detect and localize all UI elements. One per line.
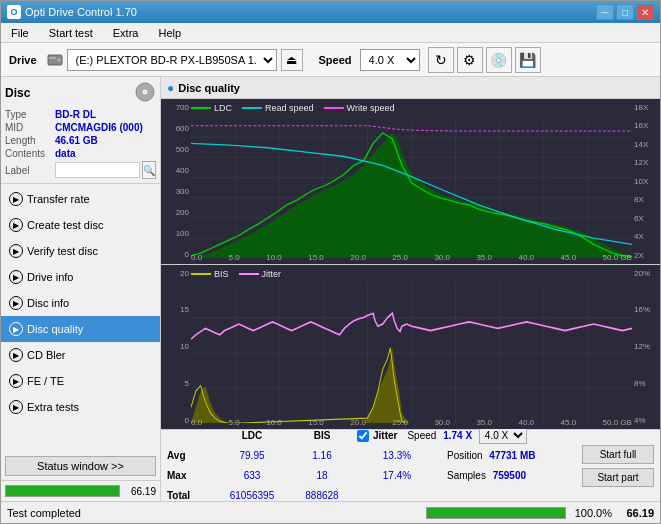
charts-container: 700 600 500 400 300 200 100 0 18X 16X 14…: [161, 99, 660, 501]
start-part-button[interactable]: Start part: [582, 468, 654, 487]
samples-val: 759500: [493, 470, 526, 481]
title-bar-left: O Opti Drive Control 1.70: [7, 5, 137, 19]
sidebar-item-disc-info[interactable]: ▶ Disc info: [1, 290, 160, 316]
disc-section: Disc Type BD-R DL MI: [1, 77, 160, 184]
svg-point-5: [144, 91, 147, 94]
upper-y-axis-left: 700 600 500 400 300 200 100 0: [161, 99, 191, 264]
menu-help[interactable]: Help: [152, 25, 187, 41]
stats-max-row: Max 633 18 17.4% Samples 759500: [167, 466, 574, 486]
legend-ldc-label: LDC: [214, 103, 232, 113]
maximize-button[interactable]: □: [616, 4, 634, 20]
stats-avg-row: Avg 79.95 1.16 13.3% Position 47731 MB: [167, 446, 574, 466]
disc-length-value: 46.61 GB: [55, 135, 98, 146]
main-window: O Opti Drive Control 1.70 ─ □ ✕ File Sta…: [0, 0, 661, 524]
content-area: ● Disc quality 700 600 500 400 300 200 1…: [161, 77, 660, 501]
lower-y-axis-left: 20 15 10 5 0: [161, 265, 191, 430]
refresh-button[interactable]: ↻: [428, 47, 454, 73]
title-bar-buttons: ─ □ ✕: [596, 4, 654, 20]
nav-extra-tests-label: Extra tests: [27, 401, 79, 413]
disc-length-label: Length: [5, 135, 55, 146]
start-full-button[interactable]: Start full: [582, 445, 654, 464]
sidebar-progress-bar: [5, 485, 120, 497]
speed-dropdown[interactable]: 4.0 X: [360, 49, 420, 71]
stats-bis-avg: 1.16: [287, 450, 357, 461]
stats-total-row: Total 61056395 888628: [167, 486, 574, 502]
menu-extra[interactable]: Extra: [107, 25, 145, 41]
sidebar-item-drive-info[interactable]: ▶ Drive info: [1, 264, 160, 290]
sidebar-item-transfer-rate[interactable]: ▶ Transfer rate: [1, 186, 160, 212]
settings-button[interactable]: ⚙: [457, 47, 483, 73]
save-button[interactable]: 💾: [515, 47, 541, 73]
lower-chart-legend: BIS Jitter: [191, 269, 281, 279]
status-window-button[interactable]: Status window >>: [5, 456, 156, 476]
jitter-header: Jitter: [373, 430, 397, 441]
legend-write-speed-label: Write speed: [347, 103, 395, 113]
sidebar-item-fe-te[interactable]: ▶ FE / TE: [1, 368, 160, 394]
legend-ldc: LDC: [191, 103, 232, 113]
upper-y-axis-right: 18X 16X 14X 12X 10X 8X 6X 4X 2X: [632, 99, 660, 264]
sidebar-item-disc-quality[interactable]: ▶ Disc quality: [1, 316, 160, 342]
close-button[interactable]: ✕: [636, 4, 654, 20]
speed-select[interactable]: 4.0 X: [479, 427, 527, 444]
speed-label: Speed: [315, 54, 356, 66]
content-header-title: Disc quality: [178, 82, 240, 94]
legend-bis-label: BIS: [214, 269, 229, 279]
verify-test-disc-icon: ▶: [9, 244, 23, 258]
drive-dropdown[interactable]: (E:) PLEXTOR BD-R PX-LB950SA 1.06: [67, 49, 277, 71]
disc-label-btn[interactable]: 🔍: [142, 161, 156, 179]
legend-read-speed: Read speed: [242, 103, 314, 113]
sidebar-item-verify-test-disc[interactable]: ▶ Verify test disc: [1, 238, 160, 264]
stats-ldc-total: 61056395: [217, 490, 287, 501]
speed-stats: Speed 1.74 X 4.0 X: [407, 427, 526, 444]
disc-label-row: Label 🔍: [5, 161, 156, 179]
menu-bar: File Start test Extra Help: [1, 23, 660, 43]
disc-header: Disc: [5, 81, 156, 105]
nav-create-test-disc-label: Create test disc: [27, 219, 103, 231]
disc-type-value: BD-R DL: [55, 109, 96, 120]
disc-mid-row: MID CMCMAGDI6 (000): [5, 122, 156, 133]
minimize-button[interactable]: ─: [596, 4, 614, 20]
footer-right-value: 66.19: [618, 507, 654, 519]
stats-ldc-max: 633: [217, 470, 287, 481]
stats-bis-header: BIS: [287, 430, 357, 441]
sidebar-item-extra-tests[interactable]: ▶ Extra tests: [1, 394, 160, 420]
jitter-checkbox[interactable]: [357, 430, 369, 442]
disc-button[interactable]: 💿: [486, 47, 512, 73]
sidebar-item-create-test-disc[interactable]: ▶ Create test disc: [1, 212, 160, 238]
disc-contents-row: Contents data: [5, 148, 156, 159]
sidebar-progress-text: 66.19: [124, 486, 156, 497]
nav-cd-bler-label: CD Bler: [27, 349, 66, 361]
drive-label: Drive: [5, 54, 41, 66]
toolbar: Drive (E:) PLEXTOR BD-R PX-LB950SA 1.06 …: [1, 43, 660, 77]
stats-table: LDC BIS Jitter Speed 1.74 X 4.0 X: [167, 426, 574, 502]
stats-bis-total: 888628: [287, 490, 357, 501]
stats-max-label: Max: [167, 470, 217, 481]
legend-jitter: Jitter: [239, 269, 282, 279]
lower-chart: 20 15 10 5 0 20% 16% 12% 8% 4%: [161, 265, 660, 430]
upper-chart: 700 600 500 400 300 200 100 0 18X 16X 14…: [161, 99, 660, 265]
nav-disc-quality-label: Disc quality: [27, 323, 83, 335]
samples-label: Samples: [447, 470, 486, 481]
drive-info-icon: ▶: [9, 270, 23, 284]
menu-file[interactable]: File: [5, 25, 35, 41]
disc-info-icon: ▶: [9, 296, 23, 310]
legend-jitter-label: Jitter: [262, 269, 282, 279]
sidebar-progress-fill: [6, 486, 119, 496]
disc-label-input[interactable]: [55, 162, 140, 178]
jitter-section: Jitter: [357, 430, 397, 442]
stats-bar: LDC BIS Jitter Speed 1.74 X 4.0 X: [161, 429, 660, 501]
footer-progress-percent: 100.0%: [572, 507, 612, 519]
sidebar-item-cd-bler[interactable]: ▶ CD Bler: [1, 342, 160, 368]
stats-ldc-avg: 79.95: [217, 450, 287, 461]
drive-icon: [45, 50, 65, 70]
eject-button[interactable]: ⏏: [281, 49, 303, 71]
lower-y-axis-right: 20% 16% 12% 8% 4%: [632, 265, 660, 430]
disc-length-row: Length 46.61 GB: [5, 135, 156, 146]
menu-start-test[interactable]: Start test: [43, 25, 99, 41]
status-text: Test completed: [7, 507, 420, 519]
disc-image-icon: [134, 81, 156, 105]
stats-jitter-max: 17.4%: [357, 470, 437, 481]
position-label: Position: [447, 450, 483, 461]
content-header-icon: ●: [167, 81, 174, 95]
app-icon: O: [7, 5, 21, 19]
